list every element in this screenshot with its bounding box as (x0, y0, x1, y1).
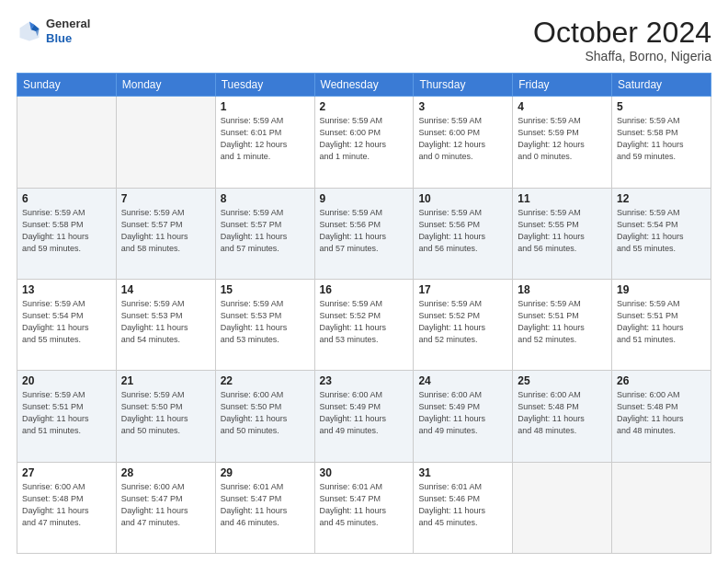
day-detail: Sunrise: 5:59 AM Sunset: 6:00 PM Dayligh… (320, 115, 409, 163)
calendar-cell (17, 97, 117, 188)
calendar-cell: 10Sunrise: 5:59 AM Sunset: 5:56 PM Dayli… (414, 188, 513, 279)
day-detail: Sunrise: 5:59 AM Sunset: 5:58 PM Dayligh… (617, 115, 706, 163)
calendar-cell: 26Sunrise: 6:00 AM Sunset: 5:48 PM Dayli… (612, 371, 711, 462)
week-row: 13Sunrise: 5:59 AM Sunset: 5:54 PM Dayli… (17, 279, 711, 370)
day-number: 29 (221, 466, 310, 479)
day-detail: Sunrise: 6:00 AM Sunset: 5:48 PM Dayligh… (22, 481, 111, 529)
calendar-cell: 22Sunrise: 6:00 AM Sunset: 5:50 PM Dayli… (215, 371, 314, 462)
calendar-cell (116, 97, 215, 188)
calendar-cell: 5Sunrise: 5:59 AM Sunset: 5:58 PM Daylig… (612, 97, 711, 188)
logo-blue: Blue (46, 31, 90, 46)
calendar-cell: 23Sunrise: 6:00 AM Sunset: 5:49 PM Dayli… (314, 371, 414, 462)
day-number: 12 (617, 192, 706, 205)
day-detail: Sunrise: 5:59 AM Sunset: 5:58 PM Dayligh… (22, 207, 111, 255)
logo-general: General (46, 17, 90, 31)
calendar-cell: 12Sunrise: 5:59 AM Sunset: 5:54 PM Dayli… (612, 188, 711, 279)
week-row: 1Sunrise: 5:59 AM Sunset: 6:01 PM Daylig… (17, 97, 711, 188)
day-number: 3 (418, 100, 507, 113)
day-number: 20 (22, 374, 111, 387)
day-number: 22 (221, 374, 310, 387)
calendar-cell: 16Sunrise: 5:59 AM Sunset: 5:52 PM Dayli… (314, 279, 414, 370)
day-number: 17 (418, 283, 507, 296)
day-number: 1 (221, 100, 310, 113)
calendar-cell: 9Sunrise: 5:59 AM Sunset: 5:56 PM Daylig… (314, 188, 414, 279)
header-row: SundayMondayTuesdayWednesdayThursdayFrid… (17, 74, 711, 97)
day-header-monday: Monday (116, 74, 215, 97)
week-row: 27Sunrise: 6:00 AM Sunset: 5:48 PM Dayli… (17, 462, 711, 553)
day-detail: Sunrise: 6:01 AM Sunset: 5:47 PM Dayligh… (320, 481, 409, 529)
day-number: 11 (518, 192, 607, 205)
day-detail: Sunrise: 5:59 AM Sunset: 5:51 PM Dayligh… (617, 298, 706, 346)
day-detail: Sunrise: 6:00 AM Sunset: 5:48 PM Dayligh… (518, 389, 607, 437)
day-detail: Sunrise: 5:59 AM Sunset: 5:54 PM Dayligh… (22, 298, 111, 346)
calendar-cell: 4Sunrise: 5:59 AM Sunset: 5:59 PM Daylig… (513, 97, 612, 188)
calendar-cell: 19Sunrise: 5:59 AM Sunset: 5:51 PM Dayli… (612, 279, 711, 370)
day-detail: Sunrise: 5:59 AM Sunset: 5:53 PM Dayligh… (221, 298, 310, 346)
title-block: October 2024 Shaffa, Borno, Nigeria (533, 17, 711, 63)
day-header-sunday: Sunday (17, 74, 117, 97)
day-detail: Sunrise: 5:59 AM Sunset: 5:51 PM Dayligh… (518, 298, 607, 346)
calendar-cell: 29Sunrise: 6:01 AM Sunset: 5:47 PM Dayli… (215, 462, 314, 553)
day-number: 30 (320, 466, 409, 479)
calendar-cell: 31Sunrise: 6:01 AM Sunset: 5:46 PM Dayli… (414, 462, 513, 553)
day-number: 26 (617, 374, 706, 387)
day-number: 24 (418, 374, 507, 387)
day-number: 18 (518, 283, 607, 296)
day-number: 10 (418, 192, 507, 205)
day-number: 7 (121, 192, 210, 205)
day-detail: Sunrise: 6:00 AM Sunset: 5:48 PM Dayligh… (617, 389, 706, 437)
day-detail: Sunrise: 5:59 AM Sunset: 5:55 PM Dayligh… (518, 207, 607, 255)
day-number: 4 (518, 100, 607, 113)
calendar-cell: 30Sunrise: 6:01 AM Sunset: 5:47 PM Dayli… (314, 462, 414, 553)
calendar-cell: 28Sunrise: 6:00 AM Sunset: 5:47 PM Dayli… (116, 462, 215, 553)
day-detail: Sunrise: 5:59 AM Sunset: 5:50 PM Dayligh… (121, 389, 210, 437)
calendar-cell: 21Sunrise: 5:59 AM Sunset: 5:50 PM Dayli… (116, 371, 215, 462)
day-detail: Sunrise: 5:59 AM Sunset: 6:01 PM Dayligh… (221, 115, 310, 163)
day-number: 16 (320, 283, 409, 296)
day-number: 27 (22, 466, 111, 479)
page: General Blue October 2024 Shaffa, Borno,… (0, 0, 728, 563)
day-detail: Sunrise: 6:00 AM Sunset: 5:47 PM Dayligh… (121, 481, 210, 529)
week-row: 6Sunrise: 5:59 AM Sunset: 5:58 PM Daylig… (17, 188, 711, 279)
day-detail: Sunrise: 5:59 AM Sunset: 5:54 PM Dayligh… (617, 207, 706, 255)
day-header-thursday: Thursday (414, 74, 513, 97)
calendar-cell: 24Sunrise: 6:00 AM Sunset: 5:49 PM Dayli… (414, 371, 513, 462)
calendar-cell: 1Sunrise: 5:59 AM Sunset: 6:01 PM Daylig… (215, 97, 314, 188)
calendar-cell: 11Sunrise: 5:59 AM Sunset: 5:55 PM Dayli… (513, 188, 612, 279)
logo: General Blue (17, 17, 90, 45)
day-detail: Sunrise: 6:00 AM Sunset: 5:50 PM Dayligh… (221, 389, 310, 437)
day-detail: Sunrise: 5:59 AM Sunset: 5:53 PM Dayligh… (121, 298, 210, 346)
day-number: 15 (221, 283, 310, 296)
calendar-cell: 27Sunrise: 6:00 AM Sunset: 5:48 PM Dayli… (17, 462, 117, 553)
day-detail: Sunrise: 5:59 AM Sunset: 6:00 PM Dayligh… (418, 115, 507, 163)
day-number: 6 (22, 192, 111, 205)
day-number: 13 (22, 283, 111, 296)
day-detail: Sunrise: 5:59 AM Sunset: 5:57 PM Dayligh… (121, 207, 210, 255)
day-detail: Sunrise: 5:59 AM Sunset: 5:56 PM Dayligh… (320, 207, 409, 255)
day-number: 25 (518, 374, 607, 387)
day-detail: Sunrise: 5:59 AM Sunset: 5:56 PM Dayligh… (418, 207, 507, 255)
day-header-saturday: Saturday (612, 74, 711, 97)
calendar-cell: 3Sunrise: 5:59 AM Sunset: 6:00 PM Daylig… (414, 97, 513, 188)
day-number: 31 (418, 466, 507, 479)
week-row: 20Sunrise: 5:59 AM Sunset: 5:51 PM Dayli… (17, 371, 711, 462)
calendar-cell: 2Sunrise: 5:59 AM Sunset: 6:00 PM Daylig… (314, 97, 414, 188)
calendar-cell: 15Sunrise: 5:59 AM Sunset: 5:53 PM Dayli… (215, 279, 314, 370)
calendar-cell: 6Sunrise: 5:59 AM Sunset: 5:58 PM Daylig… (17, 188, 117, 279)
calendar: SundayMondayTuesdayWednesdayThursdayFrid… (17, 73, 711, 554)
day-number: 5 (617, 100, 706, 113)
calendar-cell: 7Sunrise: 5:59 AM Sunset: 5:57 PM Daylig… (116, 188, 215, 279)
logo-icon (17, 18, 42, 44)
calendar-cell: 25Sunrise: 6:00 AM Sunset: 5:48 PM Dayli… (513, 371, 612, 462)
day-number: 21 (121, 374, 210, 387)
day-number: 28 (121, 466, 210, 479)
day-detail: Sunrise: 6:00 AM Sunset: 5:49 PM Dayligh… (320, 389, 409, 437)
day-detail: Sunrise: 6:01 AM Sunset: 5:46 PM Dayligh… (418, 481, 507, 529)
subtitle: Shaffa, Borno, Nigeria (533, 49, 711, 63)
calendar-cell: 20Sunrise: 5:59 AM Sunset: 5:51 PM Dayli… (17, 371, 117, 462)
calendar-cell: 13Sunrise: 5:59 AM Sunset: 5:54 PM Dayli… (17, 279, 117, 370)
header: General Blue October 2024 Shaffa, Borno,… (17, 17, 711, 63)
day-header-wednesday: Wednesday (314, 74, 414, 97)
calendar-cell (612, 462, 711, 553)
day-detail: Sunrise: 5:59 AM Sunset: 5:59 PM Dayligh… (518, 115, 607, 163)
